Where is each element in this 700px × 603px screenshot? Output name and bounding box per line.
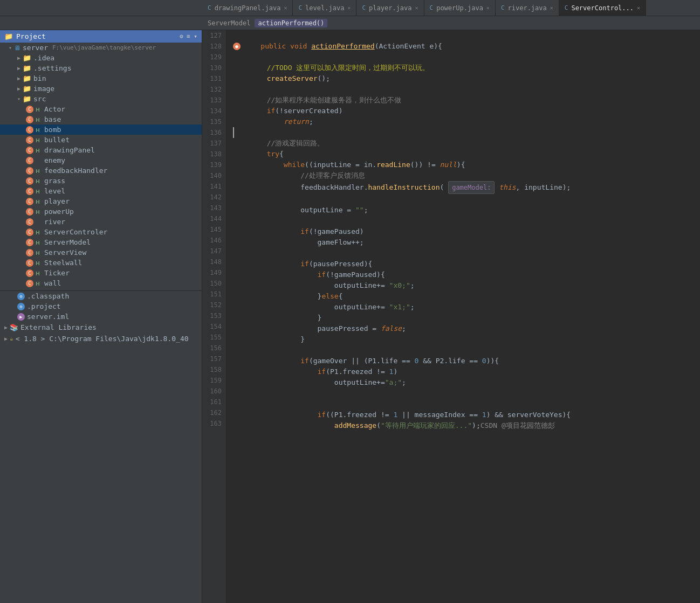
fn-handleinstruction-141: handleInstruction: [368, 182, 440, 193]
sidebar-player-label: player: [44, 197, 70, 205]
sidebar-item-bomb[interactable]: C ʜ bomb: [0, 124, 202, 135]
tab-player[interactable]: C player.java ✕: [356, 0, 424, 16]
class-icon-player: C: [26, 198, 33, 205]
tab-label-level: level.java: [305, 4, 344, 12]
tab-level[interactable]: C level.java ✕: [293, 0, 356, 16]
tab-close-drawing[interactable]: ✕: [284, 5, 287, 11]
code-line-145: if(!gamePaused): [233, 226, 694, 237]
code-line-142: [233, 194, 694, 205]
tab-icon-drawing: C: [208, 4, 211, 11]
sidebar-classpath-label: .classpath: [27, 292, 69, 300]
sidebar-item-level[interactable]: C ʜ level: [0, 186, 202, 196]
tab-icon-server: C: [565, 4, 568, 11]
tab-close-player[interactable]: ✕: [415, 5, 418, 11]
tab-serverControl[interactable]: C ServerControl... ✕: [559, 0, 646, 16]
sidebar-header: 📁 Project ⚙ ≡ ▾: [0, 30, 202, 43]
sidebar-controls[interactable]: ⚙ ≡ ▾: [180, 33, 197, 40]
sidebar-item-project[interactable]: ⊙ .project: [0, 301, 202, 311]
sidebar-item-powerup[interactable]: C ʜ powerUp: [0, 206, 202, 217]
sidebar-jdk-item[interactable]: ▶ ☕ < 1.8 > C:\Program Files\Java\jdk1.8…: [0, 333, 202, 344]
sidebar-item-river[interactable]: C river: [0, 217, 202, 227]
tab-close-level[interactable]: ✕: [347, 5, 351, 11]
sidebar-item-servermodel[interactable]: C ʜ ServerModel: [0, 237, 202, 247]
class-icon-base: C: [26, 116, 33, 123]
breadcrumb-method[interactable]: actionPerformed(): [255, 19, 327, 27]
comment-133: //如果程序未能创建服务器，则什么也不做: [267, 95, 402, 106]
tab-river[interactable]: C river.java ✕: [496, 0, 559, 16]
fn-createserver: createServer: [267, 73, 318, 84]
sidebar-item-servercontroler[interactable]: C ʜ ServerControler: [0, 227, 202, 237]
watermark-inline: CSDN @项目花园范德彭: [481, 420, 555, 431]
sidebar-bin-label: bin: [33, 74, 46, 82]
class-icon-grass: C: [26, 177, 33, 185]
code-line-160: [233, 388, 694, 399]
code-line-133: //如果程序未能创建服务器，则什么也不做: [233, 95, 694, 106]
code-editor[interactable]: 127 128 129 130 131 132 133 134 135 136 …: [202, 30, 700, 603]
num-0-157a: 0: [415, 356, 419, 366]
fn-addmessage-163: addMessage: [334, 420, 376, 431]
sidebar-item-grass[interactable]: C ʜ grass: [0, 176, 202, 186]
tab-close-river[interactable]: ✕: [550, 5, 553, 11]
breadcrumb-class[interactable]: ServerModel: [208, 19, 250, 27]
sidebar-src-label: src: [33, 95, 46, 103]
code-line-131: createServer();: [233, 73, 694, 84]
sidebar-actor-label: Actor: [44, 105, 65, 113]
tab-bar: C drawingPanel.java ✕ C level.java ✕ C p…: [0, 0, 700, 16]
sidebar-item-steelwall[interactable]: C ʜ Steelwall: [0, 258, 202, 268]
main-content: 📁 Project ⚙ ≡ ▾ ▾ 🖥 server F:\vue\javaGa…: [0, 30, 700, 603]
tab-icon-power: C: [430, 4, 434, 11]
sidebar-item-actor[interactable]: C ʜ Actor: [0, 104, 202, 114]
sidebar-item-idea[interactable]: ▶ 📁 .idea: [0, 53, 202, 63]
tab-powerUp[interactable]: C powerUp.java ✕: [424, 0, 496, 16]
code-lines[interactable]: ● public void actionPerformed(ActionEven…: [227, 30, 700, 603]
arrow-bin: ▶: [17, 75, 20, 81]
code-line-128: ● public void actionPerformed(ActionEven…: [233, 41, 694, 52]
sidebar-item-serverview[interactable]: C ʜ ServerView: [0, 247, 202, 258]
code-line-156: [233, 345, 694, 356]
sidebar-item-classpath[interactable]: ⊙ .classpath: [0, 291, 202, 301]
sidebar-item-player[interactable]: C ʜ player: [0, 196, 202, 206]
sidebar-item-ticker[interactable]: C ʜ Ticker: [0, 268, 202, 278]
sidebar-item-base[interactable]: C ʜ base: [0, 114, 202, 124]
arrow-server: ▾: [9, 45, 12, 51]
kw-void-128: void: [290, 41, 307, 52]
sidebar-river-label: river: [44, 218, 65, 226]
class-visibility-bullet: ʜ: [36, 136, 42, 144]
sidebar-item-enemy[interactable]: C enemy: [0, 155, 202, 165]
folder-icon-settings: 📁: [23, 64, 31, 72]
sidebar-item-settings[interactable]: ▶ 📁 .settings: [0, 63, 202, 73]
sidebar-item-bin[interactable]: ▶ 📁 bin: [0, 73, 202, 84]
class-visibility-base: ʜ: [36, 115, 42, 123]
sidebar-image-label: image: [33, 85, 54, 93]
comment-140: //处理客户反馈消息: [300, 170, 365, 181]
sidebar-serveriml-label: server.iml: [27, 313, 69, 321]
sidebar-ext-libraries[interactable]: ▶ 📚 External Libraries: [0, 322, 202, 333]
sidebar-feedbackhandler-label: feedbackHandler: [44, 167, 107, 175]
sidebar-item-wall[interactable]: C ʜ wall: [0, 278, 202, 288]
sidebar: 📁 Project ⚙ ≡ ▾ ▾ 🖥 server F:\vue\javaGa…: [0, 30, 202, 603]
tab-close-server[interactable]: ✕: [637, 5, 640, 11]
sidebar-item-image[interactable]: ▶ 📁 image: [0, 84, 202, 94]
sidebar-item-server[interactable]: ▾ 🖥 server F:\vue\javaGame\tangke\server: [0, 43, 202, 53]
arrow-extlib: ▶: [4, 324, 8, 330]
sidebar-item-serveriml[interactable]: ▶ server.iml: [0, 311, 202, 322]
kw-if-149: if: [318, 269, 326, 280]
tab-drawingPanel[interactable]: C drawingPanel.java ✕: [202, 0, 293, 16]
sidebar-item-bullet[interactable]: C ʜ bullet: [0, 135, 202, 145]
sidebar-item-src[interactable]: ▾ 📁 src: [0, 94, 202, 104]
sidebar-item-feedbackhandler[interactable]: C ʜ feedbackHandler: [0, 165, 202, 176]
tab-label-player: player.java: [369, 4, 411, 12]
arrow-src: ▾: [17, 96, 20, 102]
sidebar-title: Project: [16, 32, 46, 40]
sidebar-item-drawingpanel[interactable]: C ʜ drawingPanel: [0, 145, 202, 155]
code-line-140: //处理客户反馈消息: [233, 170, 694, 181]
code-line-127: [233, 30, 694, 41]
breakpoint-128[interactable]: ●: [233, 43, 241, 50]
class-icon-serverview: C: [26, 249, 33, 257]
tab-close-power[interactable]: ✕: [486, 5, 490, 11]
code-line-149: if(!gamePaused){: [233, 269, 694, 280]
code-line-134: if(!serverCreated): [233, 106, 694, 116]
code-line-163: addMessage("等待用户端玩家的回应...");CSDN @项目花园范德…: [233, 420, 694, 431]
sidebar-idea-label: .idea: [33, 54, 54, 62]
fn-readline-139: readLine: [376, 160, 410, 170]
